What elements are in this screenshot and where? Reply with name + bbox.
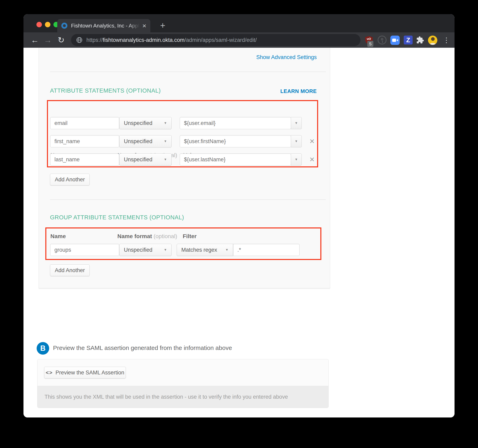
attr-value-dropdown-button[interactable]: ▼ bbox=[291, 117, 302, 129]
group-name-format-dropdown[interactable]: Unspecified ▼ bbox=[119, 244, 172, 256]
address-bar[interactable]: https://fishtownanalytics-admin.okta.com… bbox=[71, 34, 360, 46]
window-controls bbox=[36, 22, 59, 27]
chevron-down-icon: ▼ bbox=[161, 158, 167, 161]
attr-name-input[interactable] bbox=[50, 153, 119, 166]
svg-text:uO: uO bbox=[367, 37, 371, 40]
password-manager-extension-icon[interactable] bbox=[378, 36, 387, 44]
profile-avatar[interactable] bbox=[428, 36, 437, 45]
attr-name-format-dropdown[interactable]: Unspecified ▼ bbox=[119, 153, 172, 166]
column-header-name: Name bbox=[50, 233, 66, 239]
browser-tab[interactable]: Fishtown Analytics, Inc - Applic × bbox=[57, 19, 150, 32]
url-path: /admin/apps/saml-wizard/edit/ bbox=[185, 37, 257, 43]
attr-name-format-dropdown[interactable]: Unspecified ▼ bbox=[119, 135, 172, 147]
keyhole-icon bbox=[381, 38, 383, 40]
zoom-extension-icon[interactable] bbox=[390, 36, 400, 45]
minimize-window-button[interactable] bbox=[45, 22, 50, 27]
column-header-filter: Filter bbox=[183, 233, 196, 239]
remove-row-icon[interactable]: ✕ bbox=[308, 137, 316, 145]
new-tab-button[interactable]: + bbox=[157, 20, 168, 31]
preview-assertion-card: <> Preview the SAML Assertion This shows… bbox=[37, 359, 329, 408]
screenshot-stage: Fishtown Analytics, Inc - Applic × + ← →… bbox=[0, 0, 478, 448]
reload-icon[interactable]: ↻ bbox=[56, 32, 67, 48]
attribute-statements-title: ATTRIBUTE STATEMENTS (OPTIONAL) bbox=[50, 87, 161, 94]
chevron-down-icon: ▼ bbox=[295, 140, 298, 143]
okta-favicon-icon bbox=[61, 23, 67, 29]
browser-toolbar: ← → ↻ https://fishtownanalytics-admin.ok… bbox=[24, 32, 454, 48]
preview-note-area: This shows you the XML that will be used… bbox=[38, 386, 328, 408]
attr-name-input[interactable] bbox=[50, 117, 119, 129]
remove-row-icon[interactable]: ✕ bbox=[308, 155, 316, 164]
attr-value-dropdown-button[interactable]: ▼ bbox=[291, 135, 302, 147]
extensions-puzzle-icon[interactable] bbox=[416, 36, 425, 44]
attr-name-input[interactable] bbox=[50, 135, 119, 147]
video-camera-icon bbox=[390, 36, 400, 45]
chevron-down-icon: ▼ bbox=[222, 248, 228, 252]
section-divider bbox=[50, 72, 326, 72]
site-info-globe-icon[interactable] bbox=[76, 37, 83, 43]
preview-saml-assertion-button[interactable]: <> Preview the SAML Assertion bbox=[44, 367, 126, 378]
chevron-down-icon: ▼ bbox=[161, 121, 167, 125]
group-attribute-statements-title: GROUP ATTRIBUTE STATEMENTS (OPTIONAL) bbox=[50, 214, 184, 221]
okta-saml-wizard-page: Show Advanced Settings ATTRIBUTE STATEME… bbox=[24, 48, 454, 417]
forward-icon[interactable]: → bbox=[42, 32, 53, 48]
browser-window: Fishtown Analytics, Inc - Applic × + ← →… bbox=[24, 14, 454, 417]
show-advanced-settings-link[interactable]: Show Advanced Settings bbox=[256, 54, 317, 61]
ublock-extension-icon[interactable]: uO 5 bbox=[365, 36, 373, 45]
add-another-attribute-button[interactable]: Add Another bbox=[50, 174, 90, 185]
tab-strip: Fishtown Analytics, Inc - Applic × + bbox=[24, 14, 454, 32]
attr-value-dropdown-button[interactable]: ▼ bbox=[291, 153, 302, 166]
group-filter-type-dropdown[interactable]: Matches regex ▼ bbox=[177, 244, 233, 256]
chevron-down-icon: ▼ bbox=[295, 121, 298, 125]
code-icon: <> bbox=[46, 369, 53, 376]
column-header-name-format: Name format (optional) bbox=[117, 233, 177, 239]
section-divider bbox=[50, 199, 326, 200]
chevron-down-icon: ▼ bbox=[161, 140, 167, 143]
group-name-input[interactable] bbox=[50, 244, 119, 256]
attr-value-input[interactable] bbox=[180, 153, 291, 166]
add-another-group-attribute-button[interactable]: Add Another bbox=[50, 264, 90, 276]
ublock-badge: 5 bbox=[367, 41, 373, 47]
url-host: fishtownanalytics-admin.okta.com bbox=[103, 37, 185, 43]
url-scheme: https:// bbox=[86, 37, 103, 43]
step-b-badge: B bbox=[37, 342, 49, 355]
chevron-down-icon: ▼ bbox=[295, 158, 298, 161]
step-b-heading: Preview the SAML assertion generated fro… bbox=[53, 344, 232, 351]
tab-title: Fishtown Analytics, Inc - Applic bbox=[71, 23, 141, 29]
saml-settings-card: Show Advanced Settings ATTRIBUTE STATEME… bbox=[39, 48, 330, 288]
attr-value-input[interactable] bbox=[180, 117, 291, 129]
z-extension-icon[interactable]: Z bbox=[404, 36, 413, 44]
preview-note-text: This shows you the XML that will be used… bbox=[44, 394, 288, 400]
tab-close-icon[interactable]: × bbox=[142, 23, 146, 29]
close-window-button[interactable] bbox=[36, 22, 42, 27]
attr-name-format-dropdown[interactable]: Unspecified ▼ bbox=[119, 117, 172, 129]
attr-value-input[interactable] bbox=[180, 135, 291, 147]
browser-menu-icon[interactable]: ⋮ bbox=[443, 36, 450, 44]
chevron-down-icon: ▼ bbox=[161, 248, 167, 252]
back-icon[interactable]: ← bbox=[29, 32, 40, 48]
group-filter-value-input[interactable] bbox=[233, 244, 300, 256]
url-text: https://fishtownanalytics-admin.okta.com… bbox=[86, 37, 257, 43]
learn-more-link[interactable]: LEARN MORE bbox=[280, 88, 317, 94]
